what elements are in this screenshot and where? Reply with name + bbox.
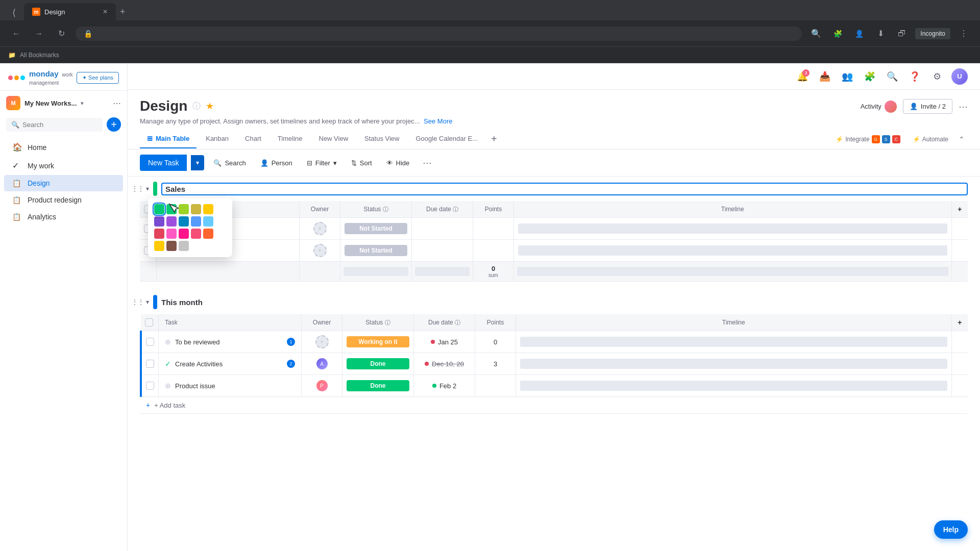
add-subtask-icon[interactable]: ⊕: [165, 382, 171, 390]
back-btn[interactable]: ←: [8, 26, 24, 42]
extensions-btn[interactable]: 🧩: [862, 68, 878, 85]
timeline-bar[interactable]: [518, 245, 947, 256]
workspace-more-btn[interactable]: ⋯: [113, 98, 121, 108]
url-input[interactable]: moodjoy.monday.com/boards/1830420525: [96, 30, 794, 38]
owner-cell[interactable]: +: [304, 244, 336, 257]
browser-menu-btn[interactable]: ⋮: [955, 26, 972, 42]
tab-kanban[interactable]: Kanban: [199, 130, 236, 148]
sidebar-add-btn[interactable]: +: [107, 117, 121, 132]
browser-search-btn[interactable]: 🔍: [808, 26, 824, 42]
color-swatch-green1[interactable]: [154, 204, 164, 214]
page-more-btn[interactable]: ⋯: [959, 101, 968, 112]
sidebar-item-home[interactable]: 🏠 Home: [4, 138, 123, 156]
reload-btn[interactable]: ↻: [53, 26, 69, 42]
due-date-cell[interactable]: Jan 25: [418, 338, 471, 346]
sidebar-item-my-work[interactable]: ✓ My work: [4, 157, 123, 174]
activity-btn[interactable]: Activity: [861, 101, 897, 113]
select-all-checkbox[interactable]: [145, 318, 153, 327]
row-checkbox[interactable]: [146, 360, 154, 368]
timeline-bar[interactable]: [518, 223, 947, 234]
owner-avatar-empty[interactable]: +: [313, 222, 327, 235]
search-btn[interactable]: 🔍: [884, 68, 900, 85]
color-swatch-red2[interactable]: [191, 229, 201, 239]
workspace-info[interactable]: M My New Works... ▾: [6, 96, 84, 110]
tab-google-cal[interactable]: Google Calendar E...: [408, 130, 484, 148]
new-task-caret-btn[interactable]: ▾: [191, 155, 204, 170]
user-avatar[interactable]: U: [951, 68, 968, 85]
status-badge-done[interactable]: Done: [347, 358, 409, 369]
owner-cell[interactable]: A: [306, 357, 338, 370]
color-swatch-yellow2[interactable]: [203, 204, 213, 214]
browser-ext-btn[interactable]: 🧩: [829, 26, 846, 42]
tab-status-view[interactable]: Status View: [357, 130, 406, 148]
group-title-input[interactable]: Sales: [161, 183, 968, 195]
timeline-bar[interactable]: [520, 337, 947, 347]
browser-window-btn[interactable]: 🗗: [894, 26, 910, 42]
owner-avatar[interactable]: P: [315, 379, 329, 392]
owner-avatar-empty[interactable]: +: [315, 335, 329, 348]
timeline-bar[interactable]: [520, 381, 947, 391]
browser-profile-btn[interactable]: 👤: [851, 26, 867, 42]
color-swatch-orange[interactable]: [203, 229, 213, 239]
points-cell[interactable]: [473, 240, 514, 262]
bookmarks-label[interactable]: All Bookmarks: [20, 52, 59, 59]
color-swatch-brown[interactable]: [166, 241, 177, 251]
sidebar-item-design[interactable]: 📋 Design: [4, 175, 123, 191]
help-btn[interactable]: ❓: [906, 68, 923, 85]
new-tab-btn[interactable]: +: [116, 3, 130, 20]
forward-btn[interactable]: →: [31, 26, 47, 42]
row-checkbox[interactable]: [146, 382, 154, 390]
add-col-btn[interactable]: +: [951, 201, 968, 218]
color-swatch-pink2[interactable]: [179, 229, 189, 239]
see-plans-btn[interactable]: ✦ See plans: [77, 72, 119, 84]
star-icon[interactable]: ★: [206, 101, 214, 112]
status-badge-not-started[interactable]: Not Started: [345, 223, 407, 234]
people-btn[interactable]: 👥: [839, 68, 855, 85]
points-cell[interactable]: [473, 218, 514, 240]
add-view-btn[interactable]: +: [487, 129, 501, 149]
tab-timeline[interactable]: Timeline: [271, 130, 310, 148]
color-swatch-gray[interactable]: [179, 241, 189, 251]
toolbar-person-btn[interactable]: 👤 Person: [255, 156, 298, 170]
due-date-info-icon[interactable]: ⓘ: [453, 206, 458, 212]
color-swatch-yellow3[interactable]: [154, 241, 164, 251]
add-subtask-icon[interactable]: ⊕: [165, 338, 171, 346]
owner-avatar-empty[interactable]: +: [313, 244, 327, 257]
task-check-icon[interactable]: ✓: [165, 360, 171, 368]
add-col-btn[interactable]: +: [951, 314, 968, 331]
toolbar-hide-btn[interactable]: 👁 Hide: [381, 156, 415, 170]
owner-cell[interactable]: P: [306, 379, 338, 392]
due-date-cell[interactable]: Dec 10, 20: [418, 360, 471, 368]
due-date-cell[interactable]: Feb 2: [418, 382, 471, 390]
bell-btn[interactable]: 🔔 3: [794, 68, 811, 85]
color-swatch-blue2[interactable]: [191, 216, 201, 227]
timeline-bar[interactable]: [520, 359, 947, 369]
color-swatch-pink1[interactable]: [166, 229, 177, 239]
help-btn[interactable]: Help: [934, 520, 968, 539]
info-icon[interactable]: ⓘ: [192, 101, 201, 112]
toolbar-sort-btn[interactable]: ⇅ Sort: [346, 156, 377, 170]
toolbar-more-btn[interactable]: ⋯: [419, 155, 436, 170]
invite-btn[interactable]: 👤 Invite / 2: [903, 99, 952, 114]
inbox-btn[interactable]: 📥: [817, 68, 833, 85]
owner-avatar[interactable]: A: [315, 357, 329, 370]
status-info-icon[interactable]: ⓘ: [383, 206, 388, 212]
color-swatch-lime[interactable]: [179, 204, 189, 214]
group-collapse-btn[interactable]: ▾: [146, 298, 149, 306]
toolbar-search-btn[interactable]: 🔍 Search: [208, 156, 251, 170]
automate-btn[interactable]: ⚡ Automate: [908, 133, 953, 146]
tab-new-view[interactable]: New View: [312, 130, 356, 148]
status-badge-not-started[interactable]: Not Started: [345, 245, 407, 256]
points-cell[interactable]: [475, 375, 516, 397]
add-task-row[interactable]: + + Add task: [140, 397, 968, 414]
color-swatch-purple1[interactable]: [154, 216, 164, 227]
tab-chart[interactable]: Chart: [238, 130, 268, 148]
integrate-btn[interactable]: ⚡ Integrate G S C: [830, 132, 905, 146]
group-context-menu-btn[interactable]: ⋮⋮: [132, 298, 144, 306]
status-info-icon[interactable]: ⓘ: [385, 319, 390, 325]
color-swatch-green2[interactable]: [166, 204, 177, 214]
status-badge-working[interactable]: Working on it: [347, 336, 409, 347]
color-swatch-purple2[interactable]: [166, 216, 177, 227]
new-task-btn[interactable]: New Task: [140, 155, 187, 171]
group-context-menu-btn[interactable]: ⋮⋮: [132, 185, 144, 192]
